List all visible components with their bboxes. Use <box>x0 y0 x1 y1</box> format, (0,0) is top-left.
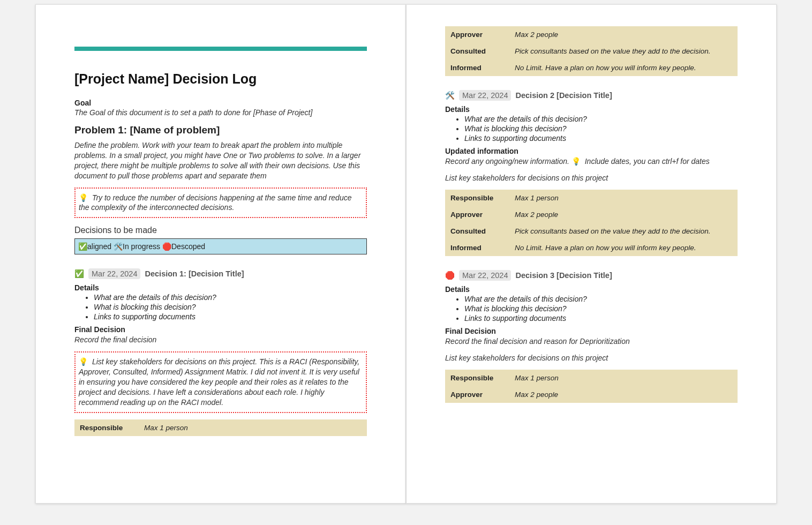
details-heading: Details <box>445 285 738 294</box>
check-icon: ✅ <box>78 242 87 251</box>
table-row: Informed No Limit. Have a plan on how yo… <box>445 59 738 76</box>
list-item: What is blocking this decision? <box>464 304 738 313</box>
page-1: [Project Name] Decision Log Goal The Goa… <box>35 4 406 504</box>
table-row: Approver Max 2 people <box>445 26 738 43</box>
raci-val-informed: No Limit. Have a plan on how you will in… <box>509 59 738 76</box>
raci-role-approver: Approver <box>445 26 509 43</box>
raci-role-approver: Approver <box>445 206 509 223</box>
raci-val-approver: Max 2 people <box>509 206 738 223</box>
decision-1-title: Decision 1: [Decision Title] <box>145 269 244 278</box>
bulb-icon: 💡 <box>79 357 88 366</box>
decision-2-details-list: What are the details of this decision? W… <box>445 115 738 142</box>
list-item: What are the details of this decision? <box>464 115 738 123</box>
updated-info-heading: Updated information <box>445 147 738 155</box>
stop-icon: 🛑 <box>445 271 455 280</box>
decision-3-title: Decision 3 [Decision Title] <box>516 271 612 280</box>
tip-reduce-decisions: 💡 Try to reduce the number of decisions … <box>74 188 367 219</box>
list-item: What are the details of this decision? <box>464 295 738 303</box>
legend-descoped: Descoped <box>171 242 205 251</box>
document-title: [Project Name] Decision Log <box>74 71 367 87</box>
decision-1-final-text: Record the final decision <box>74 335 367 345</box>
stakeholders-line: List key stakeholders for decisions on t… <box>445 173 738 183</box>
tools-icon: 🛠️ <box>445 91 455 100</box>
decision-3-final-text: Record the final decision and reason for… <box>445 336 738 347</box>
legend-aligned: aligned <box>87 242 111 251</box>
raci-role-informed: Informed <box>445 59 509 76</box>
stop-icon: 🛑 <box>162 242 171 251</box>
raci-val-consulted: Pick consultants based on the value they… <box>509 223 738 239</box>
decision-3-heading: 🛑 Mar 22, 2024 Decision 3 [Decision Titl… <box>445 270 738 281</box>
table-row: Responsible Max 1 person <box>445 190 738 206</box>
table-row: Consulted Pick consultants based on the … <box>445 223 738 239</box>
decision-2-updated-text: Record any ongoing/new information. 💡 In… <box>445 156 738 167</box>
raci-role-approver: Approver <box>445 386 509 403</box>
bulb-icon: 💡 <box>572 157 581 166</box>
table-row: Consulted Pick consultants based on the … <box>445 43 738 59</box>
bulb-icon: 💡 <box>79 193 88 202</box>
raci-val-responsible: Max 1 person <box>139 419 367 436</box>
raci-role-responsible: Responsible <box>445 370 509 386</box>
table-row: Approver Max 2 people <box>445 386 738 403</box>
raci-table-d2: Responsible Max 1 person Approver Max 2 … <box>445 190 738 256</box>
raci-val-approver: Max 2 people <box>509 386 738 403</box>
raci-role-consulted: Consulted <box>445 43 509 59</box>
details-heading: Details <box>445 105 738 114</box>
decision-3-details-list: What are the details of this decision? W… <box>445 295 738 322</box>
raci-table-d1-partial: Responsible Max 1 person <box>74 419 367 436</box>
header-accent-bar <box>74 47 367 51</box>
stakeholders-line: List key stakeholders for decisions on t… <box>445 353 738 363</box>
raci-val-approver: Max 2 people <box>509 26 738 43</box>
list-item: What are the details of this decision? <box>94 293 367 302</box>
problem-text: Define the problem. Work with your team … <box>74 140 367 181</box>
decision-2-date: Mar 22, 2024 <box>459 90 511 101</box>
updated-text-b: Include dates, you can ctrl+f for dates <box>585 157 710 166</box>
updated-text-a: Record any ongoing/new information. <box>445 157 569 166</box>
legend-inprogress: In progress <box>123 242 160 251</box>
table-row: Approver Max 2 people <box>445 206 738 223</box>
list-item: What is blocking this decision? <box>464 124 738 133</box>
tip-text: Try to reduce the number of decisions ha… <box>79 193 351 212</box>
final-decision-heading: Final Decision <box>74 325 367 334</box>
goal-text: The Goal of this document is to set a pa… <box>74 108 367 117</box>
document-pages: [Project Name] Decision Log Goal The Goa… <box>0 0 812 508</box>
decision-1-heading: ✅ Mar 22, 2024 Decision 1: [Decision Tit… <box>74 268 367 279</box>
decision-1-date: Mar 22, 2024 <box>88 268 140 279</box>
decisions-to-be-made-heading: Decisions to be made <box>74 226 367 235</box>
tip-raci: 💡 List key stakeholders for decisions on… <box>74 351 367 412</box>
page-2: Approver Max 2 people Consulted Pick con… <box>406 4 777 504</box>
problem-heading: Problem 1: [Name of problem] <box>74 124 367 136</box>
raci-role-responsible: Responsible <box>445 190 509 206</box>
tip-raci-text: List key stakeholders for decisions on t… <box>79 357 359 407</box>
raci-val-informed: No Limit. Have a plan on how you will in… <box>509 239 738 256</box>
table-row: Responsible Max 1 person <box>74 419 367 436</box>
raci-table-d1-cont: Approver Max 2 people Consulted Pick con… <box>445 26 738 76</box>
table-row: Responsible Max 1 person <box>445 370 738 386</box>
raci-val-consulted: Pick consultants based on the value they… <box>509 43 738 59</box>
raci-table-d3-partial: Responsible Max 1 person Approver Max 2 … <box>445 370 738 403</box>
raci-role-responsible: Responsible <box>74 419 139 436</box>
goal-heading: Goal <box>74 99 367 107</box>
list-item: Links to supporting documents <box>94 312 367 321</box>
decision-2-heading: 🛠️ Mar 22, 2024 Decision 2 [Decision Tit… <box>445 90 738 101</box>
raci-val-responsible: Max 1 person <box>509 190 738 206</box>
tools-icon: 🛠️ <box>114 242 123 251</box>
list-item: What is blocking this decision? <box>94 303 367 311</box>
decision-3-date: Mar 22, 2024 <box>459 270 511 281</box>
details-heading: Details <box>74 283 367 292</box>
list-item: Links to supporting documents <box>464 134 738 142</box>
table-row: Informed No Limit. Have a plan on how yo… <box>445 239 738 256</box>
raci-val-responsible: Max 1 person <box>509 370 738 386</box>
raci-role-informed: Informed <box>445 239 509 256</box>
status-legend: ✅aligned 🛠️In progress 🛑Descoped <box>74 238 367 254</box>
list-item: Links to supporting documents <box>464 314 738 322</box>
final-decision-heading: Final Decision <box>445 327 738 335</box>
decision-2-title: Decision 2 [Decision Title] <box>516 91 612 100</box>
raci-role-consulted: Consulted <box>445 223 509 239</box>
check-icon: ✅ <box>74 269 84 278</box>
decision-1-details-list: What are the details of this decision? W… <box>74 293 367 321</box>
